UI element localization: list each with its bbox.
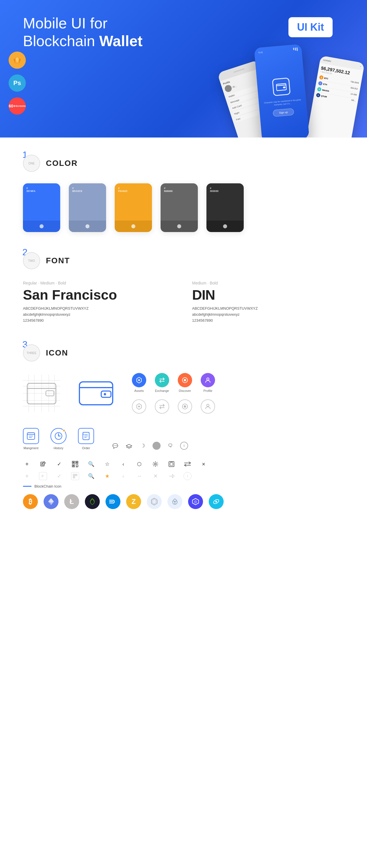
profile-icon <box>201 373 215 387</box>
icon-edit <box>39 460 47 468</box>
icon-section-title: ICON <box>46 348 68 358</box>
phone-mockup-2: 9:41 Character may be manifested in the <box>254 44 309 137</box>
blockchain-label-text: BlockChain Icon <box>34 484 61 489</box>
settings-svg <box>152 461 159 467</box>
history-dot <box>62 429 65 432</box>
ark-svg <box>171 498 179 506</box>
profile-outline-svg <box>204 403 211 410</box>
icon-star-active: ★ <box>103 472 111 480</box>
discover-label: Discover <box>179 389 191 393</box>
assets-outline-icon <box>132 399 146 414</box>
svg-point-55 <box>154 463 156 465</box>
icon-check: ✓ <box>55 460 63 468</box>
icon-layers <box>125 442 133 450</box>
edit-svg <box>40 461 46 467</box>
color-bottom-dark <box>206 221 244 232</box>
profile-outline-icon <box>201 399 215 414</box>
font-section-title: FONT <box>46 256 70 265</box>
icon-download <box>167 460 175 468</box>
color-bottom-blue <box>23 221 60 232</box>
crypto-ark <box>167 494 182 509</box>
utility-icons-section: + ✓ <box>23 460 344 480</box>
crypto-bitcoin: ₿ <box>23 494 38 509</box>
svg-point-70 <box>173 500 174 502</box>
svg-marker-74 <box>194 500 197 504</box>
exchange-svg <box>159 377 165 383</box>
swap-svg <box>184 461 191 467</box>
svg-rect-64 <box>76 475 77 475</box>
wallet-filled-svg <box>79 379 113 408</box>
color-swatch-gray: #666666 <box>161 183 198 232</box>
icon-share-muted: ↔ <box>135 472 143 480</box>
font-sf-lower: abcdefghijklmnopqrstuvwxyz <box>23 312 175 316</box>
color-bottom-grayblue <box>69 221 106 232</box>
nav-management: Mangment <box>23 428 39 450</box>
ps-badge: Ps <box>9 74 26 92</box>
color-bottom-orange <box>115 221 152 232</box>
svg-point-71 <box>176 500 177 502</box>
icon-swap <box>184 460 192 468</box>
svg-point-30 <box>207 404 209 406</box>
svg-point-27 <box>138 406 140 407</box>
wallet-grid-svg <box>23 375 60 412</box>
large-icon-row: Assets Exchange <box>23 373 344 414</box>
color-dot <box>39 224 44 228</box>
svg-point-22 <box>104 393 106 395</box>
svg-rect-57 <box>170 463 173 466</box>
icon-close-muted: ✕ <box>151 472 160 480</box>
icon-plus: + <box>23 460 31 468</box>
color-top-blue: #3574FA <box>23 183 60 221</box>
management-icon <box>23 428 39 444</box>
color-section-title: COLOR <box>46 159 78 168</box>
svg-rect-45 <box>73 462 74 463</box>
icon-info: i <box>180 442 188 450</box>
management-label: Mangment <box>24 446 38 450</box>
utility-row-1: + ✓ <box>23 460 344 468</box>
discover-outline-icon <box>178 399 192 414</box>
font-din-name: DIN <box>192 287 344 303</box>
color-swatches: #3574FA #8DA0C8 #F5A623 <box>23 183 344 232</box>
small-icons-grid: 💬 ☽ 🗨 i <box>111 442 344 450</box>
icon-assets-outline <box>132 399 146 414</box>
crypto-neo <box>85 494 100 509</box>
hero-section: Mobile UI for Blockchain Wallet UI Kit P… <box>0 0 367 137</box>
font-sf-style: Regular · Medium · Bold <box>23 281 175 285</box>
sketch-icon <box>12 56 22 65</box>
discover-icon <box>178 373 192 387</box>
exchange-outline-svg <box>159 403 165 410</box>
ps-label: Ps <box>13 79 21 87</box>
screens-label: Screens <box>16 104 26 108</box>
font-sf-nums: 1234567890 <box>23 318 175 322</box>
icon-jump-muted <box>167 472 175 480</box>
font-grid: Regular · Medium · Bold San Francisco AB… <box>23 281 344 324</box>
icon-chat: 💬 <box>111 442 119 450</box>
color-section-header: 1 ONE COLOR <box>23 155 344 172</box>
crypto-zcash: Z <box>126 494 141 509</box>
icon-section: 3 THREE ICON <box>23 344 344 509</box>
icon-moon: ☽ <box>139 442 147 450</box>
icon-search-muted: 🔍 <box>87 472 95 480</box>
icon-edit-muted <box>39 472 47 480</box>
svg-rect-47 <box>76 462 78 463</box>
order-icon <box>78 428 94 444</box>
icon-info-muted: i <box>184 472 192 480</box>
wallet-grid-icon <box>23 375 60 412</box>
font-block-din: Medium · Bold DIN ABCDEFGHIJKLMNOPQRSTUV… <box>192 281 344 324</box>
neo-svg <box>89 498 96 506</box>
phone-mockups: Profile AI... Wallet Message Add Card Ni… <box>232 46 350 137</box>
font-sf-upper: ABCDEFGHIJKLMNOPQRSTUVWXYZ <box>23 306 175 311</box>
icon-share: ⬡ <box>135 460 143 468</box>
color-swatch-orange: #F5A623 <box>115 183 152 232</box>
small-icons-row-1: 💬 ☽ 🗨 i <box>111 442 344 450</box>
icon-back-muted: ‹ <box>119 472 127 480</box>
crypto-iota <box>147 494 162 509</box>
svg-point-25 <box>184 379 186 381</box>
nav-order: Order <box>78 428 94 450</box>
color-top-grayblue: #8DA0C8 <box>69 183 106 221</box>
icon-star: ☆ <box>103 460 111 468</box>
icon-back: ‹ <box>119 460 127 468</box>
icon-exchange: Exchange <box>155 373 169 393</box>
nav-icons-bottom-row <box>132 399 215 414</box>
crypto-dash <box>106 494 120 509</box>
svg-marker-68 <box>152 499 156 504</box>
